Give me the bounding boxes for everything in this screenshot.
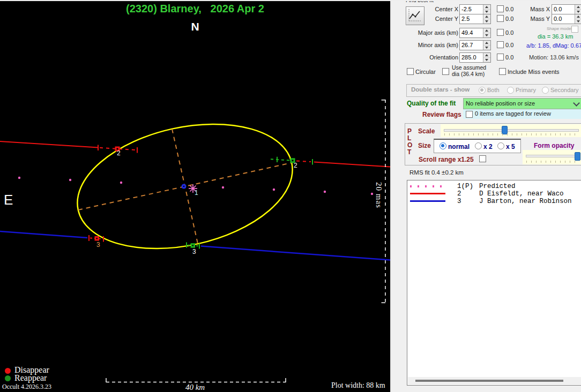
size-x2-label: x 2 <box>483 143 493 150</box>
spin-down-icon[interactable] <box>483 19 490 24</box>
use-assumed-label-2: dia (36.4 km) <box>452 71 485 77</box>
chord2-sample-line <box>410 193 445 194</box>
chord1-label: 1 <box>195 189 198 197</box>
mass-x-spinner[interactable]: 0.0 <box>552 4 581 14</box>
major-axis-spinner[interactable]: 49.4 <box>459 28 491 38</box>
center-x-spinner[interactable]: -2.5 <box>459 4 491 14</box>
major-axis-lock-checkbox[interactable] <box>497 29 504 36</box>
occultation-plot[interactable]: (2320) Blarney, 2026 Apr 2 N E 20 mas 40… <box>0 0 390 392</box>
double-stars-primary-label: Primary <box>516 87 536 93</box>
angular-scale-label: 20 mas <box>374 182 383 208</box>
mass-y-spinner[interactable]: 0.0 <box>552 14 581 24</box>
observer-row-name[interactable]: J Barton, near Robinson <box>479 198 572 205</box>
use-assumed-checkbox[interactable] <box>442 68 449 75</box>
double-stars-secondary-radio[interactable] <box>542 87 549 94</box>
circular-checkbox[interactable] <box>407 68 414 75</box>
spin-up-icon[interactable] <box>483 14 490 19</box>
mass-x-label: Mass X <box>530 6 550 12</box>
form-opacity-slider[interactable] <box>523 150 581 164</box>
chord2-label-left: 2 <box>117 149 121 157</box>
scale-bar <box>106 378 286 382</box>
rms-fit-label: RMS fit 0.4 ±0.2 km <box>409 169 464 176</box>
review-flags-box: 0 items are tagged for review <box>463 109 581 119</box>
double-stars-both-radio[interactable] <box>479 87 486 94</box>
observer-row-num[interactable]: 3 <box>457 198 461 205</box>
size-normal-label: normal <box>448 143 470 150</box>
use-assumed-label-1: Use assumed <box>452 64 486 71</box>
spin-down-icon[interactable] <box>483 10 490 14</box>
orientation-lock-checkbox[interactable] <box>497 54 504 61</box>
quality-dropdown[interactable]: No reliable position or size <box>463 98 581 109</box>
size-radio-group: normal x 2 x 5 <box>434 139 521 153</box>
form-opacity-label: Form opacity <box>534 142 574 149</box>
spin-up-icon[interactable] <box>483 41 490 46</box>
minor-axis-lock-checkbox[interactable] <box>497 41 504 48</box>
shape-model-checkbox[interactable] <box>571 26 578 33</box>
size-normal-radio[interactable] <box>440 142 446 149</box>
plot-options-group: P L O T Scale Size normal x 2 x 5 Form o… <box>405 123 581 165</box>
spin-up-icon[interactable] <box>483 28 490 33</box>
scroll-range-checkbox[interactable] <box>479 155 486 162</box>
chord2-label-right: 2 <box>294 162 297 169</box>
east-label: E <box>4 192 13 208</box>
size-label: Size <box>418 142 431 149</box>
spin-down-icon[interactable] <box>483 33 490 37</box>
include-miss-checkbox[interactable] <box>499 68 506 75</box>
major-axis-lock-value: 0.0 <box>505 29 513 36</box>
orientation-spinner[interactable]: 285.0 <box>459 52 491 63</box>
size-x5-radio[interactable] <box>497 142 504 149</box>
observer-row-num[interactable]: 1(P) <box>457 183 473 190</box>
center-x-lock-checkbox[interactable] <box>497 5 504 12</box>
minor-axis-label: Minor axis (km) <box>414 42 458 48</box>
fit-control-panel: Find best fit Center X Center Y Major ax… <box>390 0 581 392</box>
motion-label: Motion: 13.06 km/s <box>529 54 579 61</box>
list-hscrollbar[interactable] <box>408 377 581 385</box>
north-label: N <box>0 20 390 33</box>
center-x-label: Center X <box>414 6 458 12</box>
observer-row-num[interactable]: 2 <box>457 190 461 198</box>
spin-down-icon[interactable] <box>483 46 490 50</box>
center-y-lock-checkbox[interactable] <box>497 15 504 22</box>
chord3-label-left: 3 <box>96 241 100 248</box>
center-y-label: Center Y <box>414 16 458 22</box>
double-stars-group: Double stars - show Both Primary Seconda… <box>406 84 581 97</box>
spin-down-icon[interactable] <box>575 10 581 14</box>
plot-letter-l: L <box>407 134 411 142</box>
predicted-sample-dots <box>410 185 446 187</box>
double-stars-primary-radio[interactable] <box>507 87 514 94</box>
spin-up-icon[interactable] <box>483 5 490 10</box>
orientation-label: Orientation <box>414 54 458 61</box>
orientation-lock-value: 0.0 <box>505 54 513 61</box>
observer-row-name[interactable]: Predicted <box>479 183 516 190</box>
center-y-spinner[interactable]: 2.5 <box>459 14 491 24</box>
derived-ab-dmag: a/b: 1.85, dMag: 0.67 <box>526 42 581 49</box>
observer-row-name[interactable]: D Eisfeldt, near Waco <box>479 190 564 198</box>
size-x2-radio[interactable] <box>475 142 482 149</box>
occult-fit-window: (2320) Blarney, 2026 Apr 2 N E 20 mas 40… <box>0 0 581 392</box>
spin-down-icon[interactable] <box>483 58 490 62</box>
spin-up-icon[interactable] <box>575 5 581 10</box>
plot-letter-t: T <box>407 148 411 156</box>
disappear-dot-icon <box>5 368 11 374</box>
minor-axis-spinner[interactable]: 26.7 <box>459 40 491 50</box>
spin-up-icon[interactable] <box>575 14 581 19</box>
center-y-lock-value: 0.0 <box>505 16 513 22</box>
mass-y-label: Mass Y <box>530 16 550 22</box>
list-hscrollbar-thumb[interactable] <box>415 380 563 382</box>
double-stars-both-label: Both <box>487 87 500 93</box>
circular-label: Circular <box>415 69 436 75</box>
center-x-lock-value: 0.0 <box>505 6 513 12</box>
major-axis-label: Major axis (km) <box>414 29 458 36</box>
form-opacity-slider-thumb[interactable] <box>575 152 580 161</box>
observer-list[interactable]: 1(P) Predicted 2 D Eisfeldt, near Waco 3… <box>407 180 581 386</box>
spin-down-icon[interactable] <box>575 19 581 24</box>
derived-diameter: dia = 36.3 km <box>538 33 573 40</box>
plot-title: (2320) Blarney, 2026 Apr 2 <box>0 3 390 15</box>
double-stars-secondary-label: Secondary <box>550 87 579 93</box>
reappear-dot-icon <box>5 375 11 381</box>
review-flags-checkbox[interactable] <box>466 111 473 118</box>
scroll-range-label: Scroll range x1.25 <box>419 156 474 163</box>
scale-slider[interactable] <box>441 124 581 137</box>
spin-up-icon[interactable] <box>483 53 490 58</box>
double-stars-label: Double stars - show <box>411 86 470 93</box>
